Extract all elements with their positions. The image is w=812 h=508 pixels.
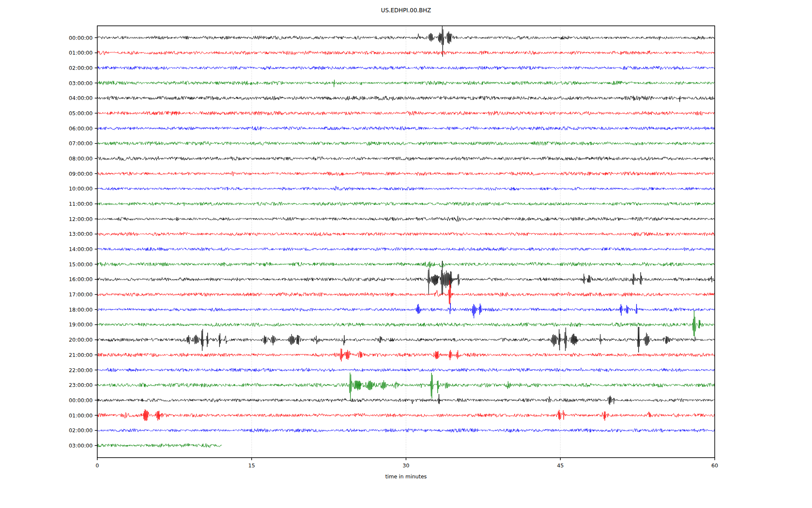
trace-row-25 — [97, 409, 715, 421]
x-tick-label: 15 — [248, 462, 255, 469]
y-tick-label: 23:00:00 — [69, 382, 93, 388]
y-tick-label: 10:00:00 — [69, 185, 93, 192]
y-tick-label: 12:00:00 — [69, 216, 93, 222]
y-tick-label: 13:00:00 — [69, 231, 93, 237]
trace-row-27 — [97, 443, 222, 447]
trace-row-9 — [97, 171, 715, 176]
y-tick-label: 07:00:00 — [69, 140, 93, 146]
trace-row-6 — [97, 126, 715, 130]
trace-row-17 — [97, 280, 715, 304]
x-tick-label: 0 — [96, 462, 99, 469]
trace-row-16 — [97, 261, 715, 294]
seismogram-plot: 01530456000:00:0001:00:0002:00:0003:00:0… — [0, 0, 812, 508]
y-tick-label: 05:00:00 — [69, 110, 93, 116]
trace-row-3 — [97, 80, 715, 87]
y-tick-label: 03:00:00 — [69, 442, 93, 449]
trace-row-24 — [97, 394, 715, 405]
y-tick-label: 08:00:00 — [69, 155, 93, 162]
y-tick-label: 03:00:00 — [69, 80, 93, 86]
x-tick-label: 30 — [403, 462, 409, 469]
trace-row-7 — [97, 141, 715, 146]
y-tick-label: 20:00:00 — [69, 337, 93, 343]
y-tick-label: 04:00:00 — [69, 95, 93, 101]
y-tick-label: 09:00:00 — [69, 171, 93, 177]
y-tick-label: 17:00:00 — [69, 291, 93, 298]
trace-row-4 — [97, 96, 715, 102]
y-tick-label: 01:00:00 — [69, 50, 93, 56]
y-tick-label: 14:00:00 — [69, 246, 93, 252]
y-tick-label: 00:00:00 — [69, 397, 93, 403]
x-tick-label: 45 — [557, 462, 564, 469]
y-tick-label: 11:00:00 — [69, 201, 93, 207]
y-tick-label: 15:00:00 — [69, 261, 93, 268]
y-tick-label: 02:00:00 — [69, 427, 93, 433]
trace-row-5 — [97, 111, 715, 115]
y-tick-label: 00:00:00 — [69, 35, 93, 41]
y-tick-label: 22:00:00 — [69, 367, 93, 373]
y-tick-label: 01:00:00 — [69, 412, 93, 419]
x-tick-label: 60 — [711, 462, 718, 469]
y-tick-label: 19:00:00 — [69, 321, 93, 328]
x-axis-label: time in minutes — [97, 473, 715, 480]
trace-row-26 — [97, 428, 715, 432]
y-tick-label: 21:00:00 — [69, 352, 93, 358]
seismogram-figure: US.EDHPI.00.BHZ 01530456000:00:0001:00:0… — [0, 0, 812, 508]
y-tick-label: 02:00:00 — [69, 65, 93, 71]
y-tick-label: 18:00:00 — [69, 306, 93, 313]
trace-row-1 — [97, 51, 715, 55]
y-tick-label: 16:00:00 — [69, 276, 93, 282]
y-tick-label: 06:00:00 — [69, 125, 93, 132]
